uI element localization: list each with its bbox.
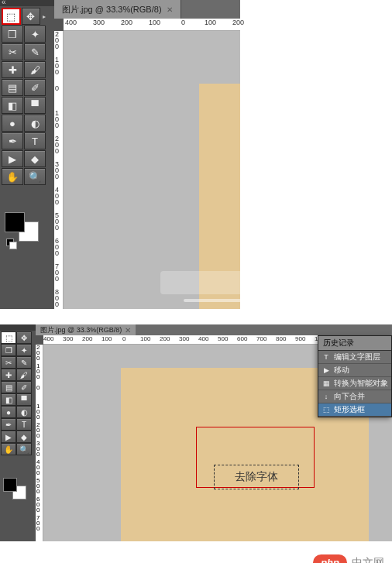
watermark-text: 中文网 — [352, 556, 384, 564]
default-colors-icon[interactable] — [6, 239, 17, 249]
move-tool[interactable]: ✥ — [22, 8, 40, 25]
document-tab-bar: 图片.jpg @ 33.3%(RGB/8) ✕ — [54, 0, 240, 19]
brush-tool[interactable]: 🖌 — [16, 369, 32, 381]
crop-tool[interactable]: ✂ — [1, 356, 16, 369]
hand-tool[interactable]: ✋ — [1, 443, 16, 455]
stamp-tool[interactable]: ▤ — [2, 79, 23, 96]
ruler-mark: 100 — [36, 363, 40, 379]
pen-tool[interactable]: ✒ — [2, 132, 23, 149]
brush-tool[interactable]: 🖌 — [24, 61, 46, 78]
toolbox: ⬚ ✥ ❒✦ ✂✎ ✚🖌 ▤✐ ◧▀ ●◐ ✒T ▶◆ ✋🔍 — [0, 331, 33, 456]
ruler-mark: 300 — [179, 335, 189, 342]
history-row[interactable]: ▦ 转换为智能对象 — [318, 377, 391, 390]
blur-tool[interactable]: ● — [1, 406, 16, 418]
watermark-badge: php — [313, 554, 347, 563]
document-tab-bar: 图片.jpg @ 33.3%(RGB/8) ✕ — [36, 324, 392, 335]
dodge-tool[interactable]: ◐ — [16, 406, 32, 418]
ruler-mark: 400 — [198, 335, 208, 342]
ruler-mark: 800 — [276, 335, 286, 342]
document-tab[interactable]: 图片.jpg @ 33.3%(RGB/8) ✕ — [36, 324, 136, 335]
ruler-mark: 300 — [93, 19, 105, 26]
lasso-tool[interactable]: ❒ — [2, 26, 23, 43]
close-tab-icon[interactable]: ✕ — [167, 5, 173, 14]
pen-tool[interactable]: ✒ — [1, 418, 16, 431]
ruler-mark: 100 — [55, 110, 59, 129]
history-label: 转换为智能对象 — [334, 378, 388, 389]
ruler-vertical: 200 100 0 100 200 300 400 500 600 700 — [36, 345, 43, 541]
watermark: php 中文网 — [313, 554, 384, 563]
canvas[interactable] — [64, 31, 240, 309]
dodge-tool[interactable]: ◐ — [24, 115, 46, 132]
ruler-mark: 100 — [149, 19, 160, 26]
image-artifact — [160, 271, 240, 294]
marquee-tool[interactable]: ⬚ — [2, 8, 21, 25]
marquee-tool[interactable]: ⬚ — [1, 331, 16, 344]
ruler-mark: 300 — [63, 335, 73, 342]
ruler-mark: 700 — [55, 263, 59, 282]
ruler-mark: 200 — [55, 136, 59, 154]
ruler-mark: 100 — [205, 19, 216, 26]
ruler-mark: 600 — [36, 496, 40, 513]
path-tool[interactable]: ▶ — [1, 431, 16, 443]
type-tool[interactable]: T — [16, 418, 32, 431]
ruler-mark: 700 — [256, 335, 266, 342]
toolbox: ⬚ ✥ ▸ ❒ ✦ ✂ ✎ ✚ 🖌 ▤ ✐ ◧ ▀ ● ◐ ✒ T — [0, 6, 48, 187]
healing-tool[interactable]: ✚ — [2, 61, 23, 78]
ruler-mark: 100 — [101, 335, 112, 342]
history-row[interactable]: ▶ 移动 — [318, 364, 391, 377]
history-row-selected[interactable]: ⬚ 矩形选框 — [318, 403, 391, 417]
ruler-horizontal: 400 300 200 100 0 100 200 — [64, 19, 240, 31]
photoshop-window-2: ⬚ ✥ ❒✦ ✂✎ ✚🖌 ▤✐ ◧▀ ●◐ ✒T ▶◆ ✋🔍 图片.jpg @ … — [0, 324, 392, 541]
healing-tool[interactable]: ✚ — [1, 369, 16, 381]
shape-tool[interactable]: ◆ — [24, 150, 46, 167]
color-swatch[interactable] — [3, 208, 46, 251]
eraser-tool[interactable]: ◧ — [1, 393, 16, 406]
move-tool[interactable]: ✥ — [16, 331, 32, 344]
ruler-mark: 0 — [181, 19, 185, 26]
zoom-tool[interactable]: 🔍 — [24, 168, 46, 185]
ruler-mark: 300 — [36, 441, 40, 457]
ruler-mark: 800 — [55, 289, 59, 307]
foreground-color[interactable] — [3, 478, 17, 492]
type-tool[interactable]: T — [24, 132, 46, 149]
lasso-tool[interactable]: ❒ — [1, 344, 16, 356]
wand-tool[interactable]: ✦ — [16, 344, 32, 356]
history-brush-tool[interactable]: ✐ — [16, 381, 32, 393]
ruler-mark: 400 — [55, 187, 59, 205]
crop-tool[interactable]: ✂ — [2, 43, 23, 60]
history-label: 编辑文字图层 — [334, 352, 380, 362]
path-tool[interactable]: ▶ — [2, 150, 23, 167]
history-row[interactable]: ↓ 向下合并 — [318, 390, 391, 403]
gradient-tool[interactable]: ▀ — [24, 97, 46, 114]
document-tab[interactable]: 图片.jpg @ 33.3%(RGB/8) ✕ — [54, 0, 181, 19]
ruler-mark: 600 — [55, 238, 59, 256]
close-tab-icon[interactable]: ✕ — [125, 326, 131, 335]
shape-tool[interactable]: ◆ — [16, 431, 32, 443]
hand-tool[interactable]: ✋ — [2, 168, 23, 185]
foreground-color[interactable] — [5, 212, 25, 232]
ruler-mark: 400 — [43, 335, 53, 342]
tab-title: 图片.jpg @ 33.3%(RGB/8) — [40, 325, 122, 335]
eraser-tool[interactable]: ◧ — [2, 97, 23, 114]
merge-down-icon: ↓ — [321, 392, 332, 401]
tool-flyout-indicator: ▸ — [41, 8, 46, 25]
move-icon: ▶ — [321, 366, 332, 375]
ruler-mark: 200 — [121, 19, 132, 26]
ruler-mark: 400 — [36, 459, 40, 475]
text-layer: 去除字体 — [235, 470, 278, 484]
history-panel-title[interactable]: 历史记录 — [318, 336, 391, 351]
history-brush-tool[interactable]: ✐ — [24, 79, 46, 96]
gradient-tool[interactable]: ▀ — [16, 393, 32, 406]
smart-object-icon: ▦ — [321, 379, 332, 388]
blur-tool[interactable]: ● — [2, 115, 23, 132]
stamp-tool[interactable]: ▤ — [1, 381, 16, 393]
ruler-mark: 500 — [218, 335, 228, 342]
color-swatch[interactable] — [2, 475, 33, 506]
eyedropper-tool[interactable]: ✎ — [16, 356, 32, 369]
history-panel[interactable]: 历史记录 T 编辑文字图层 ▶ 移动 ▦ 转换为智能对象 ↓ 向下合并 ⬚ 矩形… — [318, 335, 392, 417]
eyedropper-tool[interactable]: ✎ — [24, 43, 46, 60]
zoom-tool[interactable]: 🔍 — [16, 443, 32, 455]
ruler-mark: 100 — [55, 57, 59, 75]
history-row[interactable]: T 编辑文字图层 — [318, 351, 391, 364]
wand-tool[interactable]: ✦ — [24, 26, 46, 43]
